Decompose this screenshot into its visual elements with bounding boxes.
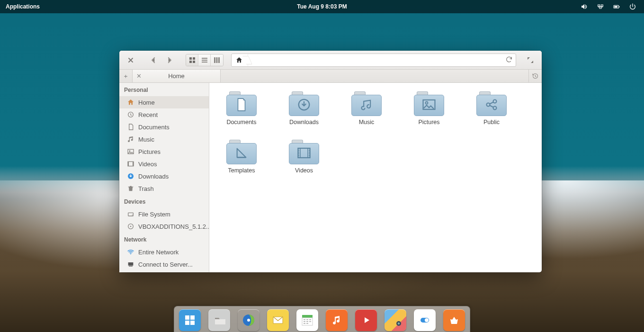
folder-icon bbox=[226, 91, 257, 116]
sidebar-item-trash[interactable]: Trash bbox=[119, 182, 209, 195]
sidebar-item-home[interactable]: Home bbox=[119, 96, 209, 108]
svg-rect-11 bbox=[216, 57, 218, 63]
sidebar-item-vboxadditions-5-1-2-[interactable]: VBOXADDITIONS_5.1.2... bbox=[119, 220, 209, 233]
folder-view[interactable]: DocumentsDownloadsMusicPicturesPublicTem… bbox=[209, 83, 542, 272]
folder-downloads[interactable]: Downloads bbox=[287, 91, 321, 126]
dock-settings[interactable] bbox=[414, 309, 436, 331]
nav-back-button[interactable] bbox=[147, 54, 160, 66]
svg-rect-36 bbox=[185, 315, 189, 320]
sidebar-item-pictures[interactable]: Pictures bbox=[119, 145, 209, 158]
svg-rect-38 bbox=[185, 321, 189, 325]
places-sidebar: PersonalHomeRecentDocumentsMusicPictures… bbox=[119, 83, 209, 272]
sidebar-item-music[interactable]: Music bbox=[119, 133, 209, 145]
folder-label: Music bbox=[359, 119, 375, 126]
trash-icon bbox=[127, 185, 134, 192]
folder-label: Public bbox=[483, 119, 500, 126]
svg-point-30 bbox=[487, 103, 490, 107]
folder-label: Templates bbox=[228, 167, 255, 174]
svg-rect-7 bbox=[202, 58, 207, 59]
dock-multitasking[interactable] bbox=[179, 309, 201, 331]
tab-history-button[interactable] bbox=[528, 70, 542, 82]
window-titlebar[interactable] bbox=[119, 51, 542, 70]
folder-music[interactable]: Music bbox=[349, 91, 384, 126]
svg-point-24 bbox=[130, 253, 131, 254]
folder-templates[interactable]: Templates bbox=[224, 140, 259, 174]
tab-home[interactable]: ✕ Home bbox=[133, 70, 221, 82]
drive-icon bbox=[127, 210, 134, 218]
sidebar-item-label: Trash bbox=[138, 185, 154, 192]
downloads-icon bbox=[127, 172, 134, 180]
svg-rect-6 bbox=[193, 61, 195, 63]
network-icon[interactable] bbox=[597, 3, 604, 10]
dock-music[interactable] bbox=[326, 309, 348, 331]
svg-point-32 bbox=[493, 107, 497, 110]
sidebar-item-documents[interactable]: Documents bbox=[119, 121, 209, 133]
svg-point-21 bbox=[132, 215, 133, 215]
volume-icon[interactable] bbox=[581, 3, 588, 10]
sidebar-item-label: Pictures bbox=[138, 148, 161, 155]
battery-icon[interactable] bbox=[613, 3, 620, 10]
view-mode-group bbox=[186, 54, 224, 66]
tab-bar: ＋ ✕ Home bbox=[119, 70, 542, 83]
folder-icon bbox=[351, 91, 382, 116]
dock-photos[interactable] bbox=[385, 309, 406, 331]
applications-menu[interactable]: Applications bbox=[0, 3, 45, 10]
sidebar-item-label: VBOXADDITIONS_5.1.2... bbox=[138, 223, 209, 230]
dock bbox=[174, 306, 470, 332]
svg-rect-12 bbox=[218, 57, 220, 63]
sidebar-item-videos[interactable]: Videos bbox=[119, 158, 209, 170]
folder-videos[interactable]: Videos bbox=[287, 140, 321, 174]
folder-icon bbox=[226, 140, 257, 164]
sidebar-item-recent[interactable]: Recent bbox=[119, 108, 209, 121]
svg-rect-17 bbox=[128, 162, 129, 166]
dock-calendar[interactable] bbox=[296, 309, 318, 331]
sidebar-item-label: Videos bbox=[138, 161, 157, 168]
pathbar-home-crumb[interactable] bbox=[232, 54, 248, 66]
maximize-button[interactable] bbox=[524, 54, 537, 66]
svg-point-49 bbox=[425, 318, 429, 322]
sidebar-item-label: Music bbox=[138, 136, 154, 143]
sidebar-group-header: Devices bbox=[119, 195, 209, 208]
dock-videos[interactable] bbox=[355, 309, 377, 331]
svg-point-47 bbox=[398, 323, 400, 325]
folder-pictures[interactable]: Pictures bbox=[412, 91, 446, 126]
svg-point-29 bbox=[426, 102, 428, 104]
view-columns-button[interactable] bbox=[211, 54, 223, 66]
new-tab-button[interactable]: ＋ bbox=[119, 70, 133, 82]
close-button[interactable] bbox=[124, 54, 137, 66]
disc-icon bbox=[127, 223, 134, 230]
folder-icon bbox=[289, 140, 319, 164]
tab-close-button[interactable]: ✕ bbox=[133, 72, 145, 80]
sidebar-item-label: Connect to Server... bbox=[138, 261, 193, 268]
svg-rect-26 bbox=[129, 266, 133, 266]
dock-files[interactable] bbox=[208, 309, 230, 331]
reload-button[interactable] bbox=[505, 55, 513, 64]
sidebar-item-entire-network[interactable]: Entire Network bbox=[119, 246, 209, 258]
dock-appcenter[interactable] bbox=[443, 309, 465, 331]
folder-label: Videos bbox=[295, 167, 313, 174]
dock-browser[interactable] bbox=[238, 309, 259, 331]
view-grid-button[interactable] bbox=[186, 54, 198, 66]
folder-public[interactable]: Public bbox=[474, 91, 509, 126]
view-list-button[interactable] bbox=[198, 54, 211, 66]
folder-icon bbox=[476, 91, 507, 116]
document-icon bbox=[127, 123, 134, 131]
svg-rect-39 bbox=[190, 321, 195, 325]
nav-forward-button[interactable] bbox=[163, 54, 176, 66]
dock-mail[interactable] bbox=[267, 309, 289, 331]
folder-icon bbox=[414, 91, 444, 116]
sidebar-item-connect-to-server-[interactable]: Connect to Server... bbox=[119, 258, 209, 270]
svg-rect-20 bbox=[128, 213, 134, 216]
sidebar-item-file-system[interactable]: File System bbox=[119, 208, 209, 220]
svg-point-31 bbox=[493, 100, 497, 103]
svg-rect-2 bbox=[614, 6, 617, 8]
svg-rect-18 bbox=[133, 162, 134, 166]
location-pathbar[interactable] bbox=[231, 54, 516, 67]
svg-rect-4 bbox=[193, 57, 195, 60]
power-icon[interactable] bbox=[629, 3, 636, 10]
folder-documents[interactable]: Documents bbox=[224, 91, 259, 126]
clock[interactable]: Tue Aug 9 8:03 PM bbox=[297, 3, 347, 10]
svg-rect-25 bbox=[128, 262, 134, 266]
svg-rect-1 bbox=[619, 6, 619, 8]
sidebar-item-downloads[interactable]: Downloads bbox=[119, 170, 209, 182]
